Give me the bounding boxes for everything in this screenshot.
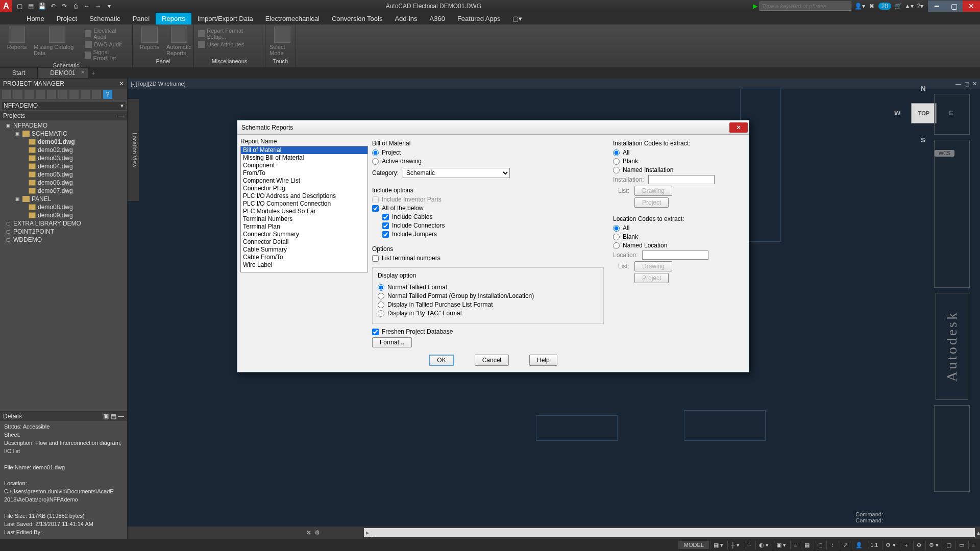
qat-more-icon[interactable]: ▾: [104, 2, 114, 11]
help-search-input[interactable]: [760, 2, 851, 11]
tab-conversion[interactable]: Conversion Tools: [326, 13, 388, 24]
scale-button[interactable]: 1:1: [867, 541, 881, 549]
pm-tb-icon[interactable]: [69, 90, 79, 99]
user-icon[interactable]: 👤: [852, 541, 866, 549]
list-item[interactable]: PLC I/O Address and Descriptions: [241, 192, 368, 200]
list-item[interactable]: Terminal Plan: [241, 223, 368, 231]
cloud-icon[interactable]: ▲▾: [904, 3, 914, 10]
new-tab-button[interactable]: ＋: [88, 69, 99, 78]
radio-loc-named[interactable]: Named Location: [613, 242, 746, 249]
search-play-icon[interactable]: ▶: [753, 3, 757, 10]
details-icon[interactable]: ▤: [111, 413, 116, 420]
tree-file[interactable]: demo09.dwg: [0, 211, 127, 219]
qat-redo-icon[interactable]: ↷: [59, 2, 69, 11]
list-item[interactable]: PLC I/O Component Connection: [241, 200, 368, 208]
missing-catalog-button[interactable]: Missing Catalog Data: [34, 27, 81, 62]
model-button[interactable]: MODEL: [678, 541, 709, 549]
tree-file[interactable]: demo03.dwg: [0, 154, 127, 162]
list-item[interactable]: Connector Detail: [241, 238, 368, 246]
signal-error-button[interactable]: Signal Error/List: [85, 49, 128, 61]
radio-by-tag[interactable]: Display in "By TAG" Format: [378, 310, 598, 317]
nav-panel[interactable]: [934, 140, 970, 288]
radio-project[interactable]: Project: [372, 149, 604, 156]
collapse-icon[interactable]: —: [118, 112, 124, 119]
category-select[interactable]: Schematic: [403, 168, 510, 178]
auto-reports-button[interactable]: Automatic Reports: [166, 27, 192, 58]
radio-loc-all[interactable]: All: [613, 224, 746, 232]
app-logo[interactable]: A: [0, 0, 12, 12]
list-item[interactable]: From/To: [241, 169, 368, 177]
minimize-button[interactable]: ━: [928, 1, 945, 12]
details-icon[interactable]: ▣: [103, 413, 109, 420]
pm-tb-icon[interactable]: [2, 90, 11, 99]
polar-icon[interactable]: ◐ ▾: [755, 541, 772, 549]
pm-project-combo[interactable]: NFPADEMO▾: [1, 101, 126, 110]
cycling-icon[interactable]: ⬚: [814, 541, 825, 549]
command-input[interactable]: ▸_: [364, 528, 975, 537]
list-item[interactable]: Component: [241, 162, 368, 169]
qat-back-icon[interactable]: ←: [82, 2, 92, 11]
tree-extra[interactable]: ▢EXTRA LIBRARY DEMO: [0, 219, 127, 228]
transparency-icon[interactable]: ▦: [801, 541, 813, 549]
tree-wd[interactable]: ▢WDDEMO: [0, 236, 127, 244]
list-item[interactable]: Terminal Numbers: [241, 215, 368, 223]
close-button[interactable]: ✕: [963, 1, 980, 12]
report-list[interactable]: Bill of Material Missing Bill of Materia…: [240, 146, 368, 272]
radio-loc-blank[interactable]: Blank: [613, 233, 746, 240]
tree-folder-panel[interactable]: ▣PANEL: [0, 195, 127, 203]
user-attributes-button[interactable]: User Attributes: [198, 41, 261, 48]
pm-tb-icon[interactable]: [81, 90, 90, 99]
tree-file[interactable]: demo04.dwg: [0, 162, 127, 170]
list-item[interactable]: Connector Summary: [241, 231, 368, 238]
customize-icon[interactable]: ≡: [968, 541, 978, 549]
qat-undo-icon[interactable]: ↶: [48, 2, 58, 11]
chk-include-connectors[interactable]: Include Connectors: [382, 222, 604, 229]
location-view-tab[interactable]: Location View: [128, 99, 139, 201]
tab-a360[interactable]: A360: [424, 13, 451, 24]
panel-reports-button[interactable]: Reports: [137, 27, 162, 58]
close-tab-icon[interactable]: ✕: [81, 69, 85, 75]
viewcube-n[interactable]: N: [921, 85, 925, 92]
reports-button[interactable]: Reports: [4, 27, 30, 62]
canvas-max-icon[interactable]: ▢: [964, 81, 969, 87]
list-item[interactable]: Connector Plug: [241, 185, 368, 192]
tab-schematic[interactable]: Schematic: [83, 13, 127, 24]
sign-in-icon[interactable]: 👤▾: [854, 3, 865, 10]
snap-icon[interactable]: ┼ ▾: [727, 541, 743, 549]
tab-import-export[interactable]: Import/Export Data: [191, 13, 259, 24]
maximize-button[interactable]: ▢: [945, 1, 963, 12]
qat-new-icon[interactable]: ▢: [14, 2, 24, 11]
tree-file[interactable]: demo08.dwg: [0, 203, 127, 211]
radio-normal-group[interactable]: Normal Tallied Format (Group by Installa…: [378, 292, 598, 299]
doc-tab-start[interactable]: Start: [0, 68, 38, 78]
tab-addins[interactable]: Add-ins: [388, 13, 423, 24]
cmd-expand-icon[interactable]: ▴: [977, 529, 980, 536]
tree-file[interactable]: demo07.dwg: [0, 187, 127, 195]
ortho-icon[interactable]: └: [744, 541, 754, 549]
exchange-icon[interactable]: ✖: [867, 3, 876, 10]
tab-home[interactable]: Home: [20, 13, 51, 24]
list-item[interactable]: Bill of Material: [241, 146, 368, 154]
tree-file[interactable]: demo01.dwg: [0, 138, 127, 146]
help-icon[interactable]: ?▾: [916, 3, 925, 10]
viewcube-s[interactable]: S: [921, 136, 925, 144]
plus-icon[interactable]: ＋: [900, 540, 912, 550]
lineweight-icon[interactable]: ≡: [790, 541, 800, 549]
dialog-close-button[interactable]: ✕: [729, 122, 748, 133]
pm-close-icon[interactable]: ✕: [119, 80, 124, 87]
qat-save-icon[interactable]: 💾: [37, 2, 47, 11]
nav-panel[interactable]: [934, 405, 970, 492]
pm-tb-icon[interactable]: [58, 90, 67, 99]
pm-tb-help-icon[interactable]: ?: [103, 90, 112, 99]
doc-tab-demo01[interactable]: DEMO01✕: [38, 68, 88, 78]
pm-tb-icon[interactable]: [24, 90, 34, 99]
electrical-audit-button[interactable]: Electrical Audit: [85, 28, 128, 40]
radio-normal-tallied[interactable]: Normal Tallied Format: [378, 284, 598, 291]
tab-electromech[interactable]: Electromechanical: [259, 13, 326, 24]
annotation-icon[interactable]: ⊕: [913, 541, 924, 549]
tree-p2p[interactable]: ▢POINT2POINT: [0, 228, 127, 236]
tree-file[interactable]: demo06.dwg: [0, 179, 127, 187]
radio-inst-blank[interactable]: Blank: [613, 158, 746, 165]
qat-fwd-icon[interactable]: →: [93, 2, 103, 11]
tree-file[interactable]: demo05.dwg: [0, 170, 127, 179]
